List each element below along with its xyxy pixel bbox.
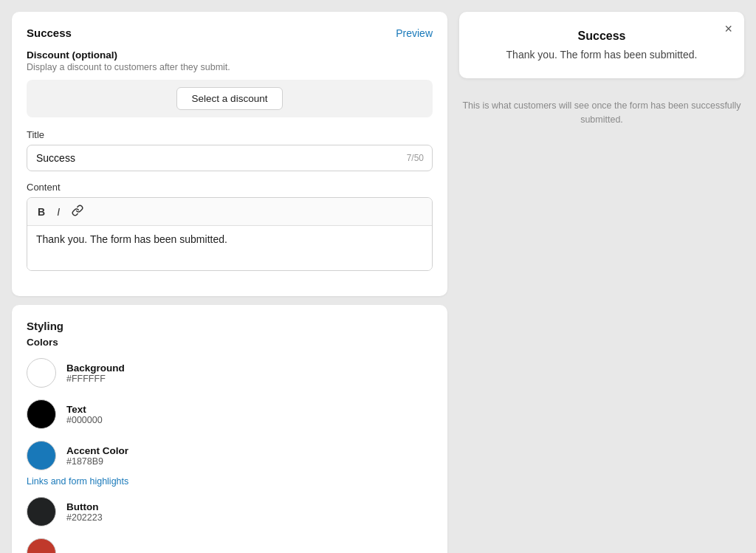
card-header: Success Preview	[27, 27, 433, 39]
background-color-name: Background	[66, 363, 125, 374]
card-title: Success	[27, 27, 72, 39]
background-color-row: Background #FFFFFF	[27, 358, 433, 388]
button-color-hex: #202223	[66, 512, 103, 523]
accent-color-hex: #1878B9	[66, 456, 128, 467]
background-swatch[interactable]	[27, 358, 56, 388]
title-field-group: Title 7/50	[27, 129, 433, 171]
discount-label: Discount (optional)	[27, 49, 433, 61]
select-discount-wrapper: Select a discount	[27, 80, 433, 117]
title-input-wrapper: 7/50	[27, 145, 433, 171]
accent-color-name: Accent Color	[66, 445, 128, 456]
background-color-hex: #FFFFFF	[66, 374, 125, 384]
text-color-name: Text	[66, 404, 103, 415]
preview-description: This is what customers will see once the…	[459, 99, 744, 127]
discount-section: Discount (optional) Display a discount t…	[27, 49, 433, 117]
button-swatch[interactable]	[27, 497, 56, 526]
styling-card: Styling Colors Background #FFFFFF Text #…	[12, 305, 447, 553]
preview-modal-title: Success	[474, 30, 729, 43]
text-color-info: Text #000000	[66, 404, 103, 425]
preview-link[interactable]: Preview	[396, 27, 433, 39]
editor-toolbar: B I	[27, 198, 432, 226]
char-count: 7/50	[407, 153, 424, 163]
text-color-row: Text #000000	[27, 399, 433, 429]
title-field-label: Title	[27, 129, 433, 140]
content-field-label: Content	[27, 182, 433, 193]
extra-swatch[interactable]	[27, 538, 56, 553]
preview-modal-content: Thank you. The form has been submitted.	[474, 49, 729, 61]
colors-title: Colors	[27, 337, 433, 348]
button-color-name: Button	[66, 501, 103, 512]
text-swatch[interactable]	[27, 399, 56, 429]
button-color-row: Button #202223	[27, 497, 433, 526]
content-editor: B I Thank you. The form has been submitt…	[27, 197, 433, 271]
preview-modal: × Success Thank you. The form has been s…	[459, 12, 744, 78]
content-field-group: Content B I Thank you. The form has been…	[27, 182, 433, 271]
extra-color-row	[27, 538, 433, 553]
button-color-info: Button #202223	[66, 501, 103, 523]
title-input[interactable]	[27, 145, 433, 171]
accent-swatch[interactable]	[27, 441, 56, 470]
discount-sublabel: Display a discount to customers after th…	[27, 62, 433, 72]
background-color-info: Background #FFFFFF	[66, 363, 125, 384]
accent-color-info: Accent Color #1878B9	[66, 445, 128, 467]
styling-title: Styling	[27, 320, 433, 332]
content-text[interactable]: Thank you. The form has been submitted.	[27, 226, 432, 270]
select-discount-button[interactable]: Select a discount	[176, 87, 284, 110]
preview-close-button[interactable]: ×	[724, 22, 732, 35]
italic-button[interactable]: I	[54, 205, 63, 219]
bold-button[interactable]: B	[35, 205, 48, 219]
accent-color-row: Accent Color #1878B9	[27, 441, 433, 470]
text-color-hex: #000000	[66, 415, 103, 425]
success-card: Success Preview Discount (optional) Disp…	[12, 12, 447, 296]
link-button[interactable]	[69, 203, 86, 220]
links-highlight-label: Links and form highlights	[27, 476, 433, 487]
